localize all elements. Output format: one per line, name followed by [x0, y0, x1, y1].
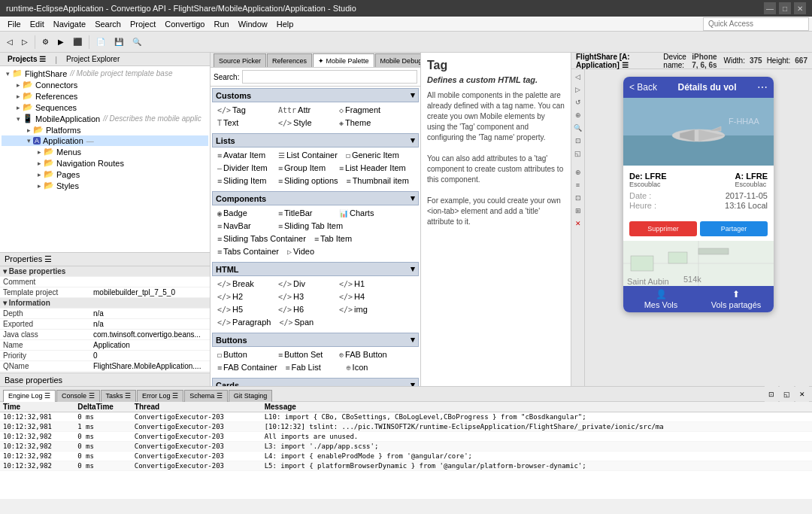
palette-item-badge[interactable]: ◉ Badge: [214, 207, 274, 219]
palette-item-h2[interactable]: </> H2: [214, 290, 274, 303]
tab-schema[interactable]: Schema ☰: [184, 390, 228, 402]
maximize-button[interactable]: □: [779, 2, 791, 14]
bottom-toolbar-btn-3[interactable]: ✕: [795, 386, 809, 403]
side-icon-1[interactable]: ◁: [572, 71, 584, 83]
menu-run[interactable]: Run: [209, 18, 233, 30]
toolbar-btn-7[interactable]: 💾: [111, 34, 127, 50]
section-html-header[interactable]: HTML ▾: [212, 262, 419, 276]
tree-item-styles[interactable]: ▸ 📂 Styles: [2, 180, 208, 191]
palette-item-button-set[interactable]: ≡ Button Set: [274, 348, 335, 360]
tree-toggle[interactable]: ▸: [14, 93, 23, 100]
tree-toggle[interactable]: ▾: [24, 137, 33, 144]
tree-item-pages[interactable]: ▸ 📂 Pages: [2, 169, 208, 180]
tree-toggle[interactable]: ▸: [35, 160, 44, 167]
phone-menu-icon[interactable]: ⋯: [757, 81, 768, 93]
side-icon-6[interactable]: ◱: [572, 148, 584, 160]
palette-item-fab-container[interactable]: ≡ FAB Container: [214, 361, 281, 373]
tree-toggle[interactable]: ▸: [24, 126, 33, 134]
palette-item-img[interactable]: </> img: [335, 303, 395, 315]
palette-item-fab-button[interactable]: ⊕ FAB Button: [335, 348, 395, 360]
phone-nav-mes-vols[interactable]: 👤 Mes Vols: [623, 289, 698, 309]
side-icon-4[interactable]: 🔍: [572, 122, 584, 134]
side-icon-5[interactable]: ⊡: [572, 135, 584, 147]
palette-item-break[interactable]: </> Break: [214, 278, 274, 290]
tab-engine-log[interactable]: Engine Log ☰: [3, 390, 56, 402]
palette-item-group[interactable]: ≡ Group Item: [274, 162, 335, 174]
tab-console[interactable]: Console ☰: [56, 390, 100, 402]
toolbar-btn-2[interactable]: ▷: [18, 34, 32, 50]
side-icon-close[interactable]: ✕: [572, 217, 584, 230]
close-button[interactable]: ✕: [794, 2, 806, 14]
palette-item-sliding-options[interactable]: ≡ Sliding options: [274, 175, 342, 187]
palette-item-fab-list[interactable]: ≡ Fab List: [282, 361, 342, 373]
palette-item-charts[interactable]: 📊 Charts: [335, 207, 395, 219]
search-input[interactable]: [242, 70, 417, 84]
tab-mobile-debug[interactable]: Mobile Debug: [375, 53, 420, 67]
tree-toggle[interactable]: ▸: [14, 104, 23, 111]
palette-item-icon[interactable]: ⊕ Icon: [343, 361, 403, 373]
menu-convertigo[interactable]: Convertigo: [160, 18, 209, 30]
palette-item-video[interactable]: ▷ Video: [283, 245, 344, 257]
tree-item-flightshare[interactable]: ▾ 📁 FlightShare // Mobile project templa…: [2, 68, 208, 79]
palette-item-div[interactable]: </> Div: [274, 278, 335, 290]
side-icon-7[interactable]: ⊕: [572, 166, 584, 178]
tree-toggle[interactable]: ▾: [14, 115, 23, 123]
section-buttons-header[interactable]: Buttons ▾: [212, 333, 419, 347]
palette-item-button[interactable]: ◻ Button: [214, 348, 274, 360]
tree-toggle[interactable]: ▸: [35, 171, 44, 178]
side-icon-zoom[interactable]: ⊕: [572, 109, 584, 121]
quick-access-input[interactable]: [703, 17, 809, 31]
section-lists-header[interactable]: Lists ▾: [212, 133, 419, 148]
palette-item-theme[interactable]: ◈ Theme: [335, 117, 395, 129]
menu-search[interactable]: Search: [90, 18, 126, 30]
section-customs-header[interactable]: Customs ▾: [212, 88, 419, 102]
bottom-toolbar-btn-2[interactable]: ◱: [780, 386, 794, 403]
phone-nav-vols-partages[interactable]: ⬆ Vols partagés: [698, 289, 774, 309]
menu-file[interactable]: File: [3, 18, 26, 30]
tree-item-menus[interactable]: ▸ 📂 Menus: [2, 146, 208, 157]
menu-project[interactable]: Project: [126, 18, 160, 30]
palette-item-h3[interactable]: </> H3: [274, 290, 335, 303]
toolbar-btn-1[interactable]: ◁: [3, 34, 17, 50]
tree-toggle[interactable]: ▸: [14, 81, 23, 89]
palette-item-avatar[interactable]: ≡ Avatar Item: [214, 149, 274, 161]
menu-help[interactable]: Help: [272, 18, 298, 30]
tab-projects[interactable]: Projects ☰: [5, 55, 49, 63]
toolbar-btn-6[interactable]: 📄: [92, 34, 109, 50]
tab-error-log[interactable]: Error Log ☰: [137, 390, 183, 402]
palette-item-navbar[interactable]: ≡ NavBar: [214, 220, 274, 232]
palette-item-titlebar[interactable]: ≡ TitleBar: [274, 207, 335, 219]
toolbar-btn-8[interactable]: 🔍: [129, 34, 145, 50]
log-scroll[interactable]: Time DeltaTime Thread Message 10:12:32,9…: [0, 402, 812, 499]
side-icon-9[interactable]: ⊡: [572, 192, 584, 204]
tree-item-application[interactable]: ▾ A Application —: [2, 135, 208, 146]
minimize-button[interactable]: —: [764, 2, 776, 14]
palette-item-list-header[interactable]: ≡ List Header Item: [335, 162, 410, 174]
tab-git-staging[interactable]: Git Staging: [229, 390, 273, 402]
toolbar-btn-5[interactable]: ⬛: [69, 34, 86, 50]
side-icon-10[interactable]: ⊞: [572, 205, 584, 217]
tab-project-explorer[interactable]: Project Explorer: [63, 55, 123, 63]
section-components-header[interactable]: Components ▾: [212, 191, 419, 205]
palette-item-span[interactable]: </> Span: [275, 316, 335, 328]
palette-item-fragment[interactable]: ◇ Fragment: [335, 104, 395, 116]
phone-back-btn[interactable]: < Back: [629, 82, 657, 93]
tab-tasks[interactable]: Tasks ☰: [101, 390, 137, 402]
palette-item-generic-item[interactable]: ◻ Generic Item: [342, 149, 403, 161]
tree-item-references[interactable]: ▸ 📂 References: [2, 90, 208, 102]
menu-edit[interactable]: Edit: [26, 18, 49, 30]
tree-toggle[interactable]: ▸: [35, 182, 44, 190]
section-cards-header[interactable]: Cards ▾: [212, 378, 419, 386]
side-icon-2[interactable]: ▷: [572, 84, 584, 96]
palette-item-sliding-tabs-container[interactable]: ≡ Sliding Tabs Container: [214, 233, 310, 245]
tree-toggle[interactable]: ▾: [3, 70, 12, 78]
palette-item-tab-item[interactable]: ≡ Tab Item: [311, 233, 371, 245]
tab-source-picker[interactable]: Source Picker: [214, 53, 266, 67]
palette-item-divider[interactable]: — Divider Item: [214, 162, 274, 174]
tree-item-connectors[interactable]: ▸ 📂 Connectors: [2, 79, 208, 90]
menu-window[interactable]: Window: [234, 18, 272, 30]
palette-item-h5[interactable]: </> H5: [214, 303, 274, 315]
btn-share[interactable]: Partager: [700, 221, 768, 236]
tree-item-sequences[interactable]: ▸ 📂 Sequences: [2, 102, 208, 113]
palette-item-sliding-tab-item[interactable]: ≡ Sliding Tab Item: [274, 220, 347, 232]
